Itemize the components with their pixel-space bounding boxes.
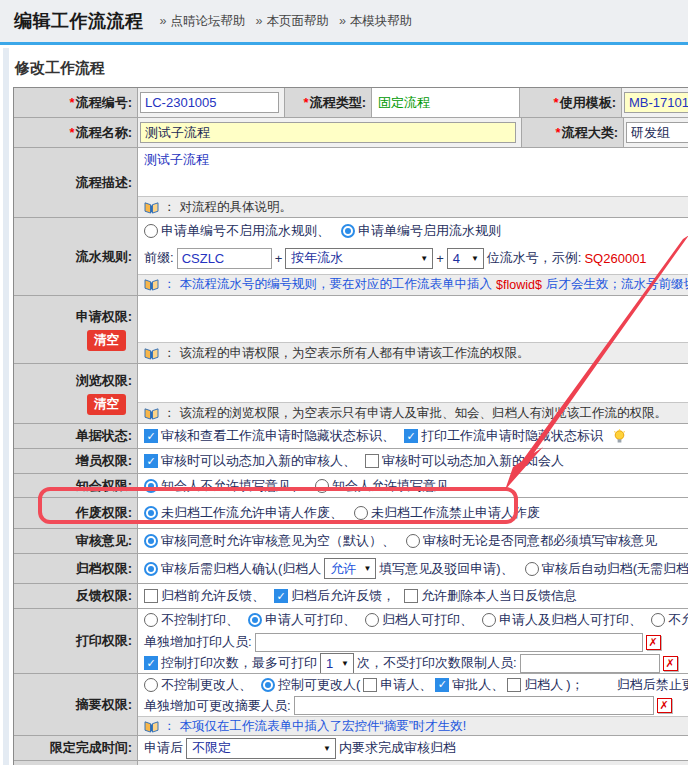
checkbox-delete-own-feedback[interactable] [404,589,418,603]
flow-number-input[interactable] [140,92,279,113]
serial-digits-select[interactable]: 4 ▼ [447,248,484,269]
label-flow-name: * 流程名称: [14,118,138,147]
checkbox-add-notified[interactable] [365,454,379,468]
category-input[interactable] [626,122,688,143]
radio-print-forbidden[interactable] [651,613,665,627]
radio-serial-off[interactable] [144,224,158,238]
radio-void-forbidden[interactable] [354,506,368,520]
label-feedback-permission: 反馈权限: [14,584,138,608]
left-edge-strip [3,48,9,765]
template-input[interactable] [624,92,688,113]
page-header: 编辑工作流流程 » 点晴论坛帮助 » 本页面帮助 » 本模块帮助 [0,0,688,42]
workflow-edit-page: 编辑工作流流程 » 点晴论坛帮助 » 本页面帮助 » 本模块帮助 修改工作流程 … [0,0,688,765]
workflow-form-table: * 流程编号: * 流程类型: 固定流程 * 使用模板: * 流程 [13,87,688,765]
label-review-opinion: 审核意见: [14,529,138,553]
required-mark: * [556,125,561,140]
checkbox-feedback-before-archive[interactable] [144,589,158,603]
row-summary-permission: 摘要权限: 不控制更改人、 控制可更改人( 申请人、 ✓ 审批人、 归档人 )； [14,673,688,735]
checkbox-hide-status-review[interactable]: ✓ [144,429,158,443]
label-archive-permission: 归档权限: [14,554,138,583]
breadcrumb-separator-icon: » [339,14,346,28]
row-view-permission: 浏览权限: 清空 ： 该流程的浏览权限，为空表示只有申请人及审批、知会、归档人有… [14,363,688,423]
checkbox-summary-applicant[interactable] [363,678,377,692]
row-void-permission: 作废权限: 未归档工作流允许申请人作废、 未归档工作流禁止申请人作废 [14,497,688,528]
required-mark: * [554,95,559,110]
label-flow-type: * 流程类型: [285,88,372,117]
radio-print-applicant[interactable] [248,613,262,627]
completion-time-select[interactable]: 不限定 ▼ [186,738,336,759]
row-description: 流程描述: 测试子流程 ： 对流程的具体说明。 [14,147,688,217]
extra-summary-editors-input[interactable] [294,696,654,715]
help-book-icon [144,278,159,291]
label-apply-permission: 申请权限: [76,308,132,326]
label-description: 流程描述: [14,148,138,217]
help-link-forum[interactable]: 点晴论坛帮助 [170,13,245,30]
checkbox-hide-status-print[interactable]: ✓ [404,429,418,443]
serial-rule-hint: ： 本流程流水号的编号规则，要在对应的工作流表单中插入$flowid$后才会生效… [138,274,688,295]
checkbox-summary-archiver[interactable] [507,678,521,692]
row-feedback-permission: 反馈权限: 归档前允许反馈、 ✓ 归档后允许反馈， 允许删除本人当日反馈信息 [14,583,688,608]
clear-summary-editors-icon[interactable]: ✗ [657,698,672,713]
required-mark: * [304,95,309,110]
help-link-page[interactable]: 本页面帮助 [266,13,329,30]
label-add-member: 增员权限: [14,449,138,473]
help-book-icon [144,720,159,733]
label-view-permission: 浏览权限: [76,372,132,390]
radio-opinion-required[interactable] [406,534,420,548]
breadcrumb: » 点晴论坛帮助 » 本页面帮助 » 本模块帮助 [154,13,413,30]
clear-exempt-icon[interactable]: ✗ [663,656,678,671]
print-count-select[interactable]: 1 ▼ [320,653,354,674]
breadcrumb-separator-icon: » [160,14,167,28]
row-add-member: 增员权限: ✓ 审核时可以动态加入新的审核人、 审核时可以动态加入新的知会人 [14,448,688,473]
checkbox-feedback-after-archive[interactable]: ✓ [274,589,288,603]
apply-permission-area[interactable] [138,296,688,342]
help-book-icon [144,347,159,360]
clear-view-permission-button[interactable]: 清空 [87,394,126,415]
clear-printers-icon[interactable]: ✗ [646,635,661,650]
row-doc-status: 单据状态: ✓ 审核和查看工作流申请时隐藏状态标识、 ✓ 打印工作流申请时隐藏状… [14,423,688,448]
radio-notify-allow-opinion[interactable] [315,479,329,493]
radio-print-archiver[interactable] [365,613,379,627]
row-completion-time: 限定完成时间: 申请后 不限定 ▼ 内要求完成审核归档 [14,735,688,760]
help-link-module[interactable]: 本模块帮助 [350,13,413,30]
print-limit-exempt-input[interactable] [520,654,660,673]
row-archive-permission: 归档权限: 审核后需归档人确认(归档人 允许 ▼ 填写意见及驳回申请)、 审核后… [14,553,688,583]
page-title: 编辑工作流流程 [14,9,144,33]
radio-print-uncontrolled[interactable] [144,613,158,627]
breadcrumb-separator-icon: » [255,14,262,28]
serial-period-select[interactable]: 按年流水 ▼ [285,248,433,269]
radio-notify-no-opinion[interactable] [144,479,158,493]
label-summary-permission: 摘要权限: [14,674,138,735]
archive-allow-select[interactable]: 允许 ▼ [324,558,376,579]
row-flow-number: * 流程编号: * 流程类型: 固定流程 * 使用模板: [14,88,688,117]
chevron-down-icon: ▼ [420,254,428,263]
checkbox-add-reviewer[interactable]: ✓ [144,454,158,468]
label-category: * 流程大类: [522,118,624,147]
clear-apply-permission-button[interactable]: 清空 [87,330,126,351]
serial-prefix-input[interactable] [177,248,272,269]
radio-opinion-optional[interactable] [144,534,158,548]
checkbox-limit-print-count[interactable]: ✓ [144,656,158,670]
label-void-permission: 作废权限: [14,498,138,528]
checkbox-summary-approver[interactable]: ✓ [435,678,449,692]
radio-archive-confirm[interactable] [144,562,158,576]
radio-void-allowed[interactable] [144,506,158,520]
radio-summary-uncontrolled[interactable] [144,678,158,692]
row-review-opinion: 审核意见: 审核同意时允许审核意见为空（默认）、 审核时无论是否同意都必须填写审… [14,528,688,553]
row-partial [14,760,688,765]
radio-archive-auto[interactable] [525,562,539,576]
lightbulb-icon[interactable] [612,429,627,444]
label-template: * 使用模板: [520,88,622,117]
flow-name-input[interactable] [140,122,516,143]
row-apply-permission: 申请权限: 清空 ： 该流程的申请权限，为空表示所有人都有申请该工作流的权限。 [14,295,688,363]
label-flow-number: * 流程编号: [14,88,138,117]
extra-printers-input[interactable] [255,633,643,652]
radio-summary-controlled[interactable] [261,678,275,692]
label-print-permission: 打印权限: [14,609,138,673]
description-textarea[interactable]: 测试子流程 [138,148,688,196]
view-permission-area[interactable] [138,364,688,402]
apply-permission-hint: ： 该流程的申请权限，为空表示所有人都有申请该工作流的权限。 [138,342,688,363]
radio-print-both[interactable] [482,613,496,627]
radio-serial-on[interactable] [341,224,355,238]
chevron-down-icon: ▼ [471,254,479,263]
